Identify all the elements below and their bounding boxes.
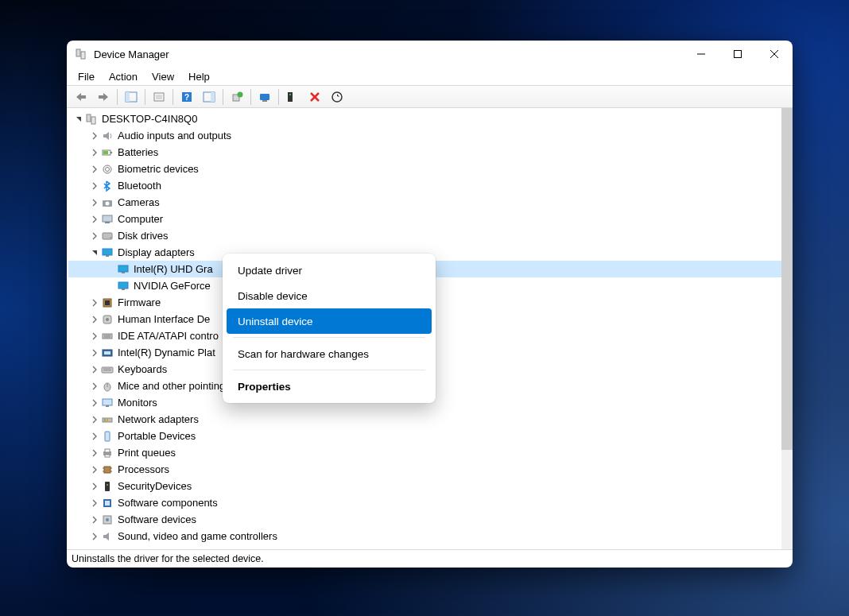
tree-category[interactable]: Batteries — [68, 144, 781, 161]
chevron-right-icon[interactable] — [89, 366, 100, 374]
chevron-right-icon[interactable] — [89, 332, 100, 340]
chevron-right-icon[interactable] — [89, 299, 100, 307]
menu-help[interactable]: Help — [182, 69, 216, 84]
scrollbar-thumb[interactable] — [781, 108, 793, 450]
ide-icon — [100, 330, 114, 343]
chevron-down-icon[interactable] — [89, 249, 100, 257]
chevron-right-icon[interactable] — [89, 165, 100, 173]
tree-category-label: Sound, video and game controllers — [118, 529, 277, 544]
display-icon — [116, 280, 130, 293]
tree-category[interactable]: Biometric devices — [68, 161, 781, 177]
context-menu-item[interactable]: Uninstall device — [227, 308, 432, 334]
tree-category[interactable]: Disk drives — [68, 227, 781, 244]
chevron-right-icon[interactable] — [89, 499, 100, 507]
computer-icon — [100, 213, 114, 226]
chevron-right-icon[interactable] — [89, 349, 100, 357]
tree-category[interactable]: Software devices — [68, 511, 781, 528]
chevron-right-icon[interactable] — [89, 533, 100, 540]
tree-category-label: SecurityDevices — [118, 478, 192, 494]
close-button[interactable] — [756, 41, 793, 68]
audio-icon — [100, 130, 114, 142]
tree-category-label: Biometric devices — [118, 161, 199, 177]
svg-rect-32 — [91, 117, 95, 124]
menu-file[interactable]: File — [72, 69, 101, 84]
uninstall-button[interactable] — [282, 87, 303, 107]
tree-category-label: Display adapters — [118, 245, 195, 261]
svg-rect-60 — [104, 351, 110, 354]
action-pane-button[interactable] — [199, 87, 219, 107]
battery-icon — [100, 146, 114, 159]
forward-button[interactable] — [93, 87, 114, 107]
properties-button[interactable] — [149, 87, 169, 107]
chevron-right-icon[interactable] — [89, 399, 100, 407]
svg-rect-31 — [87, 114, 91, 122]
chevron-right-icon[interactable] — [89, 232, 100, 240]
tree-category[interactable]: Audio inputs and outputs — [68, 127, 781, 144]
chevron-right-icon[interactable] — [89, 449, 100, 457]
svg-marker-6 — [76, 93, 81, 101]
svg-point-28 — [332, 92, 342, 102]
maximize-button[interactable] — [719, 41, 756, 68]
tree-category[interactable]: SecurityDevices — [68, 478, 781, 494]
chevron-right-icon[interactable] — [89, 416, 100, 424]
tree-category[interactable]: Computer — [68, 211, 781, 227]
tree-category[interactable]: Print queues — [68, 444, 781, 461]
chevron-right-icon[interactable] — [89, 149, 100, 157]
chevron-right-icon[interactable] — [89, 215, 100, 223]
chevron-right-icon[interactable] — [89, 516, 100, 524]
keyboard-icon — [100, 363, 114, 376]
help-button[interactable]: ? — [176, 87, 197, 107]
back-button[interactable] — [71, 87, 91, 107]
disable-button[interactable] — [304, 87, 325, 107]
svg-rect-51 — [122, 289, 125, 290]
tree-category[interactable]: Bluetooth — [68, 177, 781, 194]
menu-action[interactable]: Action — [103, 69, 144, 84]
menu-view[interactable]: View — [145, 69, 180, 84]
svg-rect-49 — [122, 272, 125, 273]
chevron-right-icon[interactable] — [89, 199, 100, 207]
print-icon — [100, 447, 114, 459]
chevron-right-icon[interactable] — [89, 482, 100, 490]
svg-marker-29 — [337, 94, 339, 97]
svg-rect-25 — [289, 94, 291, 95]
svg-rect-70 — [107, 419, 108, 421]
titlebar[interactable]: Device Manager — [67, 41, 793, 68]
statusbar-text: Uninstalls the driver for the selected d… — [72, 553, 264, 564]
tree-root[interactable]: DESKTOP-C4IN8Q0 — [68, 110, 781, 127]
tree-device-label: NVIDIA GeForce — [134, 278, 211, 294]
show-hide-tree-button[interactable] — [121, 87, 142, 107]
scan-button[interactable] — [327, 87, 347, 107]
update-driver-button[interactable] — [227, 87, 247, 107]
tree-category[interactable]: Processors — [68, 461, 781, 478]
chevron-right-icon[interactable] — [89, 316, 100, 323]
tree-category-label: Firmware — [118, 295, 161, 311]
context-menu-item[interactable]: Scan for hardware changes — [227, 341, 432, 366]
tree-category[interactable]: Sound, video and game controllers — [68, 528, 781, 544]
svg-rect-56 — [103, 334, 112, 339]
svg-point-81 — [107, 484, 108, 486]
scrollbar[interactable] — [781, 108, 793, 549]
bluetooth-icon — [100, 180, 114, 192]
chevron-right-icon[interactable] — [89, 432, 100, 440]
chevron-right-icon[interactable] — [89, 466, 100, 474]
context-menu-item[interactable]: Properties — [227, 374, 432, 399]
tree-category[interactable]: Portable Devices — [68, 428, 781, 444]
svg-point-21 — [238, 91, 243, 97]
chevron-right-icon[interactable] — [89, 132, 100, 140]
processor-icon — [100, 463, 114, 476]
window-title: Device Manager — [94, 48, 683, 60]
tree-category[interactable]: Network adapters — [68, 411, 781, 428]
context-menu-item[interactable]: Update driver — [227, 258, 432, 283]
tree-category[interactable]: Software components — [68, 494, 781, 511]
tree-category-label: Software devices — [118, 512, 196, 528]
tree-category-label: Cameras — [118, 195, 160, 211]
chevron-right-icon[interactable] — [89, 182, 100, 190]
context-menu-item[interactable]: Disable device — [227, 283, 432, 308]
tree-category[interactable]: Cameras — [68, 194, 781, 211]
tree-category-label: Intel(R) Dynamic Plat — [118, 345, 215, 361]
mouse-icon — [100, 380, 114, 393]
statusbar: Uninstalls the driver for the selected d… — [67, 550, 793, 568]
remote-button[interactable] — [254, 87, 275, 107]
chevron-right-icon[interactable] — [89, 382, 100, 390]
minimize-button[interactable] — [683, 41, 719, 68]
